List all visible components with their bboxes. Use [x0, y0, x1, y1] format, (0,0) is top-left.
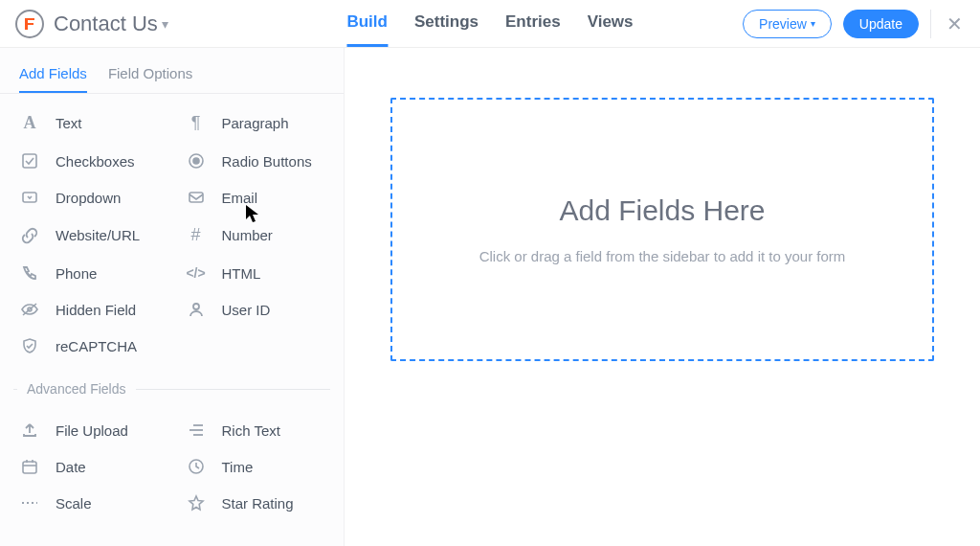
- hidden-icon: [19, 301, 40, 318]
- app-logo-icon: [15, 10, 44, 38]
- radio-icon: [186, 152, 207, 170]
- dropzone-title: Add Fields Here: [559, 194, 765, 227]
- field-time[interactable]: Time: [172, 448, 339, 485]
- field-label: reCAPTCHA: [56, 338, 137, 354]
- chevron-down-icon: ▾: [162, 16, 168, 32]
- field-label: Email: [222, 190, 258, 206]
- basic-fields-grid: A Text ¶ Paragraph Checkboxes Radio But: [0, 94, 344, 374]
- field-label: Website/URL: [56, 227, 140, 243]
- form-title-dropdown[interactable]: Contact Us ▾: [54, 11, 168, 36]
- richtext-icon: [186, 421, 207, 439]
- field-label: Checkboxes: [56, 153, 135, 170]
- close-icon[interactable]: ✕: [943, 9, 967, 39]
- svg-rect-4: [189, 193, 203, 202]
- field-userid[interactable]: User ID: [172, 291, 339, 328]
- shield-icon: [19, 337, 40, 354]
- field-html[interactable]: </> HTML: [172, 255, 339, 291]
- main-nav: Build Settings Entries Views: [346, 0, 633, 47]
- svg-rect-0: [23, 154, 36, 168]
- field-star[interactable]: Star Rating: [172, 485, 339, 521]
- sidebar: Add Fields Field Options A Text ¶ Paragr…: [0, 48, 345, 546]
- user-icon: [186, 301, 207, 318]
- field-radio[interactable]: Radio Buttons: [172, 143, 339, 179]
- field-label: Radio Buttons: [222, 153, 312, 170]
- field-date[interactable]: Date: [6, 448, 172, 485]
- star-icon: [186, 494, 207, 512]
- field-phone[interactable]: Phone: [6, 255, 172, 291]
- preview-button[interactable]: Preview ▾: [743, 10, 832, 38]
- checkbox-icon: [19, 152, 40, 170]
- svg-point-2: [193, 158, 199, 164]
- field-label: Date: [56, 459, 86, 475]
- form-canvas: Add Fields Here Click or drag a field fr…: [345, 48, 980, 546]
- field-label: Scale: [56, 495, 92, 512]
- calendar-icon: [19, 458, 40, 475]
- field-label: HTML: [222, 265, 261, 282]
- svg-point-7: [193, 304, 199, 309]
- field-label: File Upload: [56, 422, 128, 439]
- advanced-fields-grid: File Upload Rich Text Date: [0, 402, 344, 531]
- field-website[interactable]: Website/URL: [6, 216, 172, 255]
- field-recaptcha[interactable]: reCAPTCHA: [6, 328, 172, 364]
- field-dropdown[interactable]: Dropdown: [6, 179, 172, 216]
- dropzone[interactable]: Add Fields Here Click or drag a field fr…: [390, 98, 934, 361]
- field-label: Number: [222, 227, 273, 243]
- upload-icon: [19, 421, 40, 439]
- dropdown-icon: [19, 189, 40, 206]
- field-email[interactable]: Email: [172, 179, 339, 216]
- field-label: Hidden Field: [56, 302, 136, 318]
- field-checkboxes[interactable]: Checkboxes: [6, 143, 172, 179]
- top-bar: Contact Us ▾ Build Settings Entries View…: [0, 0, 980, 48]
- nav-build[interactable]: Build: [346, 0, 388, 47]
- field-label: Time: [222, 459, 254, 475]
- field-number[interactable]: # Number: [172, 216, 339, 255]
- chevron-down-icon: ▾: [811, 18, 815, 29]
- field-hidden[interactable]: Hidden Field: [6, 291, 172, 328]
- field-label: Phone: [56, 265, 97, 282]
- field-label: Text: [56, 115, 82, 131]
- field-label: Paragraph: [222, 115, 289, 131]
- tab-field-options[interactable]: Field Options: [108, 56, 192, 93]
- field-fileupload[interactable]: File Upload: [6, 412, 172, 448]
- field-label: Dropdown: [56, 190, 121, 206]
- field-richtext[interactable]: Rich Text: [172, 412, 339, 448]
- phone-icon: [19, 264, 40, 282]
- field-paragraph[interactable]: ¶ Paragraph: [172, 103, 339, 143]
- top-actions: Preview ▾ Update ✕: [743, 9, 967, 39]
- clock-icon: [186, 458, 207, 475]
- field-label: Star Rating: [222, 495, 294, 512]
- nav-settings[interactable]: Settings: [414, 0, 479, 47]
- svg-rect-11: [23, 462, 36, 473]
- hash-icon: #: [186, 225, 207, 245]
- update-button[interactable]: Update: [843, 10, 919, 38]
- paragraph-icon: ¶: [186, 113, 207, 133]
- scale-icon: [19, 494, 40, 512]
- field-label: Rich Text: [222, 422, 280, 439]
- divider: [930, 10, 931, 38]
- nav-views[interactable]: Views: [588, 0, 634, 47]
- sidebar-tabs: Add Fields Field Options: [0, 56, 344, 94]
- field-label: User ID: [222, 302, 271, 318]
- link-icon: [19, 227, 40, 244]
- update-label: Update: [859, 16, 902, 32]
- email-icon: [186, 189, 207, 206]
- tab-add-fields[interactable]: Add Fields: [19, 56, 87, 93]
- field-scale[interactable]: Scale: [6, 485, 172, 521]
- advanced-section-label: Advanced Fields: [27, 381, 126, 397]
- code-icon: </>: [186, 265, 207, 281]
- field-text[interactable]: A Text: [6, 103, 172, 143]
- form-title-text: Contact Us: [54, 11, 158, 36]
- dropzone-subtitle: Click or drag a field from the sidebar t…: [479, 248, 846, 264]
- advanced-section-header: Advanced Fields: [0, 374, 344, 402]
- nav-entries[interactable]: Entries: [505, 0, 561, 47]
- text-icon: A: [19, 113, 40, 133]
- preview-label: Preview: [759, 16, 807, 32]
